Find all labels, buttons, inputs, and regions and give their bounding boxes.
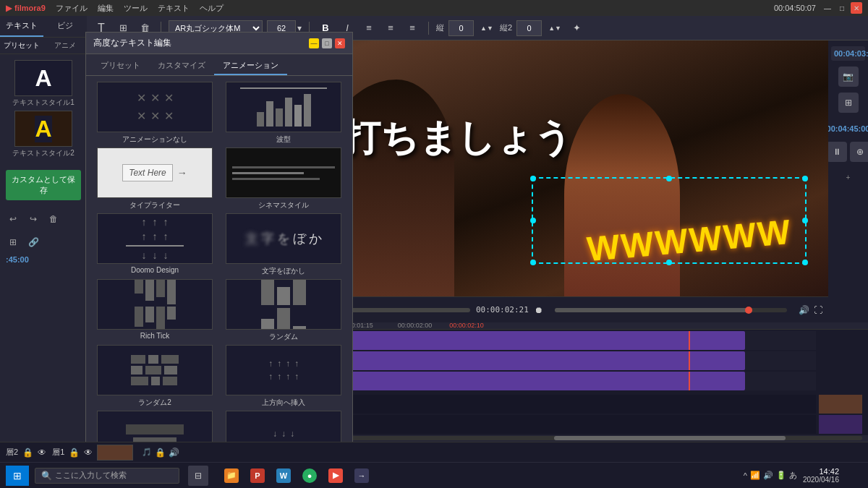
progress-bar2[interactable] xyxy=(555,308,787,312)
ua8: ↑ xyxy=(294,372,299,382)
tab-text[interactable]: テキスト xyxy=(0,16,43,37)
taskbar-app-chrome[interactable]: ● xyxy=(298,466,321,486)
style-item-1[interactable]: A テキストスタイル1 xyxy=(6,60,81,108)
chain-icon[interactable]: 🔗 xyxy=(26,235,41,249)
menu-file[interactable]: ファイル xyxy=(51,3,92,14)
dialog-minimize[interactable]: — xyxy=(309,38,319,48)
menu-help[interactable]: ヘルプ xyxy=(195,3,228,14)
menu-tools[interactable]: ツール xyxy=(119,3,152,14)
rt1 xyxy=(135,279,143,294)
d1: ↑ xyxy=(142,216,147,228)
show-desktop-btn[interactable] xyxy=(845,466,862,486)
maximize-btn[interactable]: □ xyxy=(836,2,848,14)
anim-placeholder1[interactable] xyxy=(92,411,218,442)
anim-wave-label: 波型 xyxy=(276,134,291,145)
taskbar-app-files[interactable]: 📁 xyxy=(220,466,243,486)
taskbar-app-pp[interactable]: P xyxy=(246,466,269,486)
menu-edit[interactable]: 編集 xyxy=(93,3,118,14)
dialog-title-bar: 高度なテキスト編集 — □ ✕ xyxy=(86,33,352,54)
num-stepper1-up[interactable]: ▲▼ xyxy=(478,20,495,37)
subtab-preset[interactable]: プリセット xyxy=(0,38,43,53)
tray-up-icon[interactable]: ^ xyxy=(744,471,747,480)
sidebar-icon2[interactable]: ⊞ xyxy=(838,93,859,113)
anim-wave[interactable]: 波型 xyxy=(221,82,346,145)
ua5: ↑ xyxy=(268,372,273,382)
link-icon[interactable]: ⊞ xyxy=(6,235,20,249)
dialog-tab-customize[interactable]: カスタマイズ xyxy=(149,57,214,75)
anim-random2[interactable]: ランダム2 xyxy=(92,345,218,408)
volume-btn[interactable]: 🔊 xyxy=(799,305,809,315)
sound-icon[interactable]: 🔊 xyxy=(763,471,773,480)
text-here-box: Text Here xyxy=(122,164,173,181)
anim-up-insert-preview: ↑ ↑ ↑ ↑ ↑ ↑ ↑ ↑ xyxy=(226,345,341,395)
tab-visual[interactable]: ビジ xyxy=(43,16,87,37)
track-right-empty2 xyxy=(819,351,867,370)
start-button[interactable]: ⊞ xyxy=(6,466,29,486)
dialog-controls: — □ ✕ xyxy=(309,38,345,48)
anim-doomo[interactable]: ↑ ↑ ↑ ↑ ↑ ↑ ↓ xyxy=(92,213,218,276)
align-right-btn[interactable]: ≡ xyxy=(404,20,421,37)
style-item-2[interactable]: A テキストスタイル2 xyxy=(6,111,81,158)
mode-icon-btn[interactable]: ⊕ xyxy=(850,142,869,162)
close-btn[interactable]: ✕ xyxy=(851,2,862,14)
dialog-close[interactable]: ✕ xyxy=(335,38,345,48)
pause-icon-btn[interactable]: ⏸ xyxy=(827,142,847,162)
anim-cinema[interactable]: シネマスタイル xyxy=(221,147,346,210)
layer1-lock-icon[interactable]: 🔒 xyxy=(69,448,80,458)
taskbar-search-box[interactable]: 🔍 ここに入力して検索 xyxy=(35,468,179,484)
track-right-thumb2 xyxy=(819,415,862,434)
dialog-tab-preset[interactable]: プリセット xyxy=(92,57,149,75)
menu-text[interactable]: テキスト xyxy=(153,3,194,14)
ua4: ↑ xyxy=(294,359,299,369)
task-view-btn[interactable]: ⊟ xyxy=(188,466,208,486)
network-icon[interactable]: 📶 xyxy=(750,471,760,480)
fullscreen-btn[interactable]: ⛶ xyxy=(814,305,822,315)
anim-typewriter[interactable]: Text Here → タイプライター xyxy=(92,147,218,210)
effects-btn[interactable]: ✦ xyxy=(568,20,585,37)
loop-btn[interactable]: ⏺ xyxy=(535,305,543,315)
anim-up-insert[interactable]: ↑ ↑ ↑ ↑ ↑ ↑ ↑ ↑ xyxy=(221,345,346,408)
camera-icon-btn[interactable]: 📷 xyxy=(838,67,859,87)
anim-wave-preview xyxy=(226,82,341,132)
cinema-inner xyxy=(226,160,341,186)
ime-icon[interactable]: あ xyxy=(789,470,797,481)
taskbar-app-filmora[interactable]: ▶ xyxy=(324,466,347,486)
r2row1 xyxy=(131,355,179,364)
down-vis: ↓ ↓ ↓ xyxy=(255,429,312,442)
anim-none[interactable]: ✕ ✕ ✕ ✕ ✕ ✕ アニメーションなし xyxy=(92,82,218,145)
horizontal-num-input[interactable] xyxy=(516,20,542,36)
vertical-num-input[interactable] xyxy=(448,20,474,36)
num-stepper2-up[interactable]: ▲▼ xyxy=(546,20,563,37)
dialog-tab-animation[interactable]: アニメーション xyxy=(214,57,287,75)
delete-icon[interactable]: 🗑 xyxy=(46,212,61,226)
num-label2: 縦2 xyxy=(500,22,512,33)
timecode-left: :45:00 xyxy=(0,252,87,267)
taskbar-app-arrow[interactable]: → xyxy=(350,466,373,486)
audio-lock-icon[interactable]: 🔒 xyxy=(155,448,166,458)
taskbar: ⊞ 🔍 ここに入力して検索 ⊟ 📁 P W ● ▶ xyxy=(0,462,868,488)
anim-blur[interactable]: 文 字 を ぼ か 文字をぼかし xyxy=(221,213,346,276)
save-custom-button[interactable]: カスタムとして保存 xyxy=(6,170,81,200)
anim-down-insert[interactable]: ↓ ↓ ↓ xyxy=(221,411,346,442)
r1 xyxy=(261,279,274,305)
undo-icon[interactable]: ↩ xyxy=(6,212,20,226)
audio-vol-icon[interactable]: 🔊 xyxy=(169,448,179,458)
battery-icon[interactable]: 🔋 xyxy=(776,471,786,480)
ua1: ↑ xyxy=(268,359,273,369)
redo-icon[interactable]: ↪ xyxy=(26,212,41,226)
align-center-btn[interactable]: ≡ xyxy=(382,20,399,37)
left-tabs: テキスト ビジ xyxy=(0,16,87,38)
minimize-btn[interactable]: — xyxy=(822,2,833,14)
layer1-eye-icon[interactable]: 👁 xyxy=(84,448,93,458)
ua2: ↑ xyxy=(277,359,281,369)
layer2-lock-icon[interactable]: 🔒 xyxy=(22,448,33,458)
align-left-btn[interactable]: ≡ xyxy=(360,20,378,37)
layer2-eye-icon[interactable]: 👁 xyxy=(38,448,46,458)
dialog-maximize[interactable]: □ xyxy=(322,38,332,48)
anim-random[interactable]: ランダム xyxy=(221,279,346,342)
subtab-anim[interactable]: アニメ xyxy=(43,38,87,53)
taskbar-app-word[interactable]: W xyxy=(272,466,295,486)
doomo-line xyxy=(126,245,184,247)
da3: ↓ xyxy=(290,429,294,439)
anim-rich-tick[interactable]: Rich Tick xyxy=(92,279,218,342)
